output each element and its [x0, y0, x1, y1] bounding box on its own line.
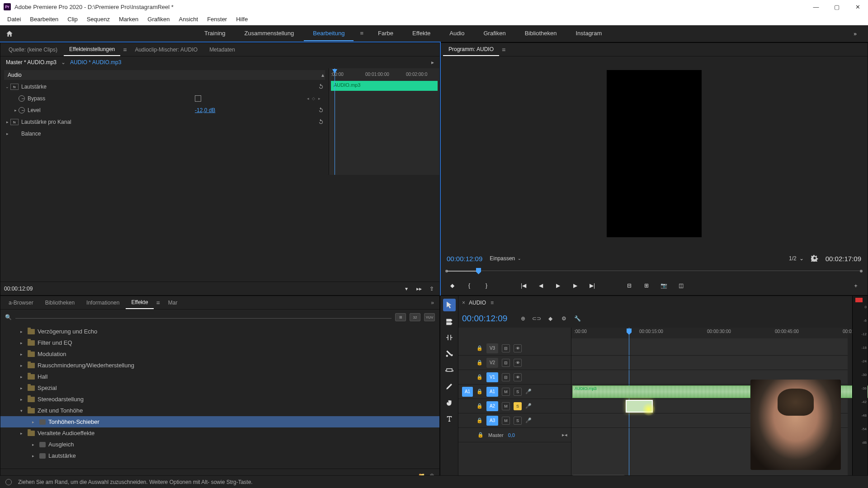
sequence-name[interactable]: AUDIO [469, 300, 486, 306]
minimize-button[interactable]: — [806, 0, 826, 14]
tab-markers[interactable]: Mar [163, 297, 183, 309]
accelerated-badge[interactable]: ⊞ [395, 313, 406, 321]
tab-effects[interactable]: Effekte [126, 296, 153, 309]
tree-node[interactable]: Veraltete Audioeffekte [0, 427, 439, 439]
program-scrubber[interactable] [447, 266, 861, 276]
keyframe-nav-bypass[interactable]: ◂ ◇ ▸ [307, 96, 321, 101]
go-to-in-button[interactable]: |◀ [518, 280, 529, 291]
chevron-down-icon[interactable]: ⌄ [61, 59, 66, 66]
tab-media-browser[interactable]: a-Browser [3, 297, 39, 309]
toggle-v3[interactable]: ⊟ [502, 344, 510, 352]
comparison-button[interactable]: ◫ [675, 280, 686, 291]
menu-hilfe[interactable]: Hilfe [231, 14, 252, 24]
mute-a1[interactable]: M [502, 388, 510, 396]
play-around-icon[interactable]: ▸▸ [415, 285, 423, 293]
tree-node[interactable]: Spezial [0, 382, 439, 394]
ripple-edit-tool[interactable] [443, 331, 456, 344]
voiceover-a2-icon[interactable]: 🎤 [525, 403, 532, 409]
tree-node[interactable]: Stereodarstellung [0, 394, 439, 405]
level-value[interactable]: -12,0 dB [195, 107, 215, 113]
track-a3[interactable]: A3 [486, 416, 498, 426]
solo-a3[interactable]: S [514, 417, 522, 425]
linked-clip-label[interactable]: AUDIO * AUDIO.mp3 [70, 59, 121, 66]
expand-level[interactable]: ▸ [12, 108, 19, 113]
menu-clip[interactable]: Clip [63, 14, 82, 24]
workspace-farbe[interactable]: Farbe [369, 26, 402, 41]
timeline-ruler[interactable]: :00:00 00:00:15:00 00:00:30:00 00:00:45:… [571, 328, 848, 338]
toggle-v1[interactable]: ⊟ [502, 373, 510, 381]
tree-node[interactable]: Ausgleich [0, 439, 439, 450]
program-tab-menu-icon[interactable]: ≡ [500, 46, 507, 53]
workspace-grafiken[interactable]: Grafiken [474, 26, 514, 41]
stopwatch-bypass-icon[interactable] [19, 95, 25, 102]
fx-badge[interactable]: fx [10, 84, 19, 90]
track-a2[interactable]: A2 [486, 401, 498, 411]
reset-volume-icon[interactable] [318, 83, 325, 90]
source-patch-a1[interactable]: A1 [462, 387, 473, 397]
eye-v1[interactable]: 👁 [514, 373, 522, 381]
reset-channel-icon[interactable] [318, 118, 325, 126]
voiceover-a1-icon[interactable]: 🎤 [525, 389, 532, 394]
effect-timeline[interactable]: :00:00 00:01:00:00 00:02:00:0 AUDIO.mp3 [329, 68, 439, 175]
lock-v2-icon[interactable]: 🔒 [476, 360, 483, 366]
workspace-audio[interactable]: Audio [440, 26, 473, 41]
tree-node[interactable]: Rauschminderung/Wiederherstellung [0, 360, 439, 371]
mark-out-button[interactable]: } [481, 280, 492, 291]
button-editor-icon[interactable]: ＋ [850, 280, 861, 291]
menu-datei[interactable]: Datei [3, 14, 25, 24]
lift-button[interactable]: ⊟ [624, 280, 635, 291]
pen-tool[interactable] [443, 380, 456, 393]
effect-clip-bar[interactable]: AUDIO.mp3 [331, 81, 438, 91]
workspace-effekte[interactable]: Effekte [403, 26, 439, 41]
solo-a2[interactable]: S [514, 402, 522, 410]
expand-volume[interactable]: ⌄ [4, 84, 10, 89]
tab-menu-icon[interactable]: ≡ [121, 46, 128, 53]
yuv-badge[interactable]: YUV [424, 313, 435, 321]
track-a1[interactable]: A1 [486, 387, 498, 397]
play-button[interactable]: ▶ [552, 280, 563, 291]
menu-sequenz[interactable]: Sequenz [82, 14, 114, 24]
tree-node[interactable]: Zeit und Tonhöhe [0, 405, 439, 416]
workspace-instagram[interactable]: Instagram [566, 26, 611, 41]
mute-a3[interactable]: M [502, 417, 510, 425]
add-marker-button[interactable]: ◆ [447, 280, 458, 291]
export-icon[interactable]: ⇪ [428, 285, 436, 293]
tab-source[interactable]: Quelle: (keine Clips) [3, 44, 63, 56]
hand-tool[interactable] [443, 396, 456, 409]
tab-libraries[interactable]: Bibliotheken [40, 297, 80, 309]
tree-node[interactable]: Tonhöhen-Schieber [0, 416, 439, 427]
tab-info[interactable]: Informationen [81, 297, 125, 309]
menu-marken[interactable]: Marken [114, 14, 143, 24]
type-tool[interactable] [443, 413, 456, 425]
maximize-button[interactable]: ▢ [826, 0, 847, 14]
program-timecode[interactable]: 00:00:12:09 [447, 255, 482, 263]
timeline-timecode[interactable]: 00:00:12:09 [462, 314, 507, 324]
close-button[interactable]: ✕ [847, 0, 868, 14]
lock-a3-icon[interactable]: 🔒 [476, 418, 483, 423]
voiceover-a3-icon[interactable]: 🎤 [525, 418, 532, 423]
menu-fenster[interactable]: Fenster [203, 14, 231, 24]
menu-bearbeiten[interactable]: Bearbeiten [25, 14, 63, 24]
reset-level-icon[interactable] [318, 107, 325, 114]
selection-tool[interactable] [443, 299, 456, 311]
sequence-menu-icon[interactable]: ≡ [491, 300, 494, 306]
tab-program[interactable]: Programm: AUDIO [443, 43, 499, 56]
menu-ansicht[interactable]: Ansicht [174, 14, 203, 24]
snap-icon[interactable]: ⊕ [518, 314, 528, 324]
track-v2[interactable]: V2 [486, 358, 498, 368]
step-back-button[interactable]: ◀ [535, 280, 546, 291]
tree-node[interactable]: Verzögerung und Echo [0, 326, 439, 337]
mute-a2[interactable]: M [502, 402, 510, 410]
fit-dropdown[interactable]: Einpassen⌄ [490, 255, 521, 262]
program-viewer[interactable] [607, 70, 702, 237]
tab-audioclip-mixer[interactable]: Audioclip-Mischer: AUDIO [129, 44, 203, 56]
timeline-wrench-icon[interactable]: 🔧 [572, 314, 582, 324]
workspace-training[interactable]: Training [195, 26, 234, 41]
bypass-checkbox[interactable] [195, 95, 201, 102]
eye-v2[interactable]: 👁 [514, 359, 522, 367]
lock-v1-icon[interactable]: 🔒 [476, 374, 483, 380]
tree-node[interactable]: Modulation [0, 348, 439, 360]
close-sequence-icon[interactable]: × [462, 300, 465, 306]
eye-v3[interactable]: 👁 [514, 344, 522, 352]
workspace-bibliotheken[interactable]: Bibliotheken [516, 26, 566, 41]
